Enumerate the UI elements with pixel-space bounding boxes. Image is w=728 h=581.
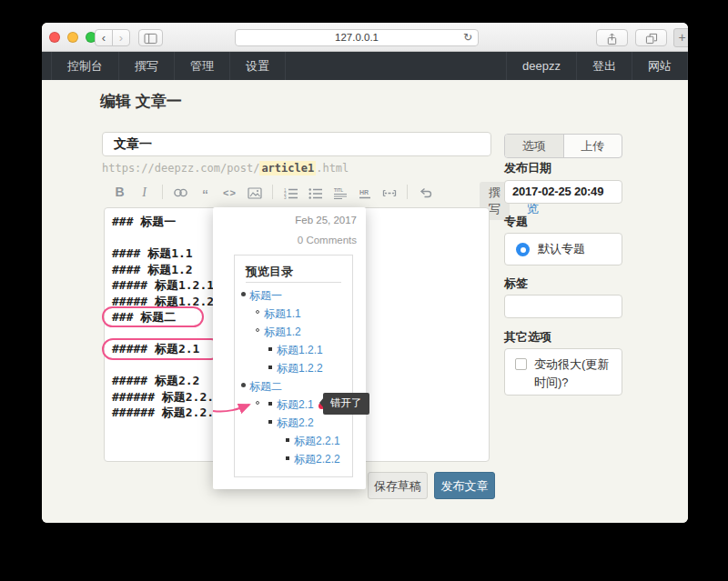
toc-item: 标题二 [235,379,352,391]
annotation-arrow [209,398,264,415]
publish-date-value: 2017-02-25 20:49 [512,185,603,198]
admin-content: 编辑 文章一 文章一 https://deepzz.com/post/artic… [42,80,688,523]
toc-bullet-square [286,438,289,442]
toc-item: 标题1.2 [235,325,352,336]
toc-bullet-square [268,347,272,351]
topic-option-row[interactable]: 默认专题 [504,233,622,265]
toc-bullet-disc [241,292,246,296]
browser-window: ‹ › 127.0.0.1 ↻ + 控制台撰写管理设置 [42,23,688,523]
quote-icon[interactable]: “ [197,183,214,202]
toc-bullet-disc [241,383,246,387]
toc-link[interactable]: 标题2.2.1 [294,435,340,447]
tab-upload[interactable]: 上传 [563,135,622,157]
annotation-oval-heading2 [102,306,204,327]
toc-item: 标题2.2 [235,416,352,427]
navbar-left: 控制台撰写管理设置 [51,52,286,80]
sidebar-toggle-button[interactable] [138,29,163,46]
sidebar-icon [144,33,157,45]
topic-radio[interactable] [516,243,530,256]
save-draft-button[interactable]: 保存草稿 [368,472,428,499]
topic-label: 专题 [504,214,528,230]
nav-item-settings[interactable]: 设置 [230,52,286,80]
image-icon[interactable] [246,185,263,199]
share-icon [606,33,618,45]
tabs-overview-button[interactable] [635,29,667,46]
svg-text:TITL: TITL [334,187,343,192]
share-button[interactable] [596,29,628,46]
new-tab-button[interactable]: + [673,28,688,47]
toc-link[interactable]: 标题1.2.2 [277,362,323,375]
other-options-label: 其它选项 [504,329,551,346]
toc-divider [246,282,341,283]
toc-link[interactable]: 标题2.2 [277,416,314,429]
publish-date-label: 发布日期 [504,160,551,176]
address-bar[interactable]: 127.0.0.1 ↻ [235,29,479,46]
traffic-lights [49,32,96,43]
major-change-label: 变动很大(更新时间)? [534,357,609,389]
toc-link[interactable]: 标题2.1 [277,398,314,411]
topic-option-label: 默认专题 [538,242,585,255]
toolbar-separator [162,185,163,199]
reload-icon[interactable]: ↻ [463,30,472,45]
tab-options[interactable]: 选项 [505,135,563,157]
navbar-right: deepzz登出网站 [506,52,688,80]
article-title-input[interactable]: 文章一 [102,132,491,156]
toc-item: 标题一 [235,288,352,300]
nav-item-user[interactable]: deepzz [506,52,576,80]
toc-link[interactable]: 标题一 [249,289,282,302]
toc-link[interactable]: 标题1.1 [264,307,301,320]
ordered-list-icon[interactable]: 123 [282,185,299,199]
toc-list: 标题一标题1.1标题1.2标题1.2.1标题1.2.2标题二标题2.1错开了标题… [235,288,352,470]
page-break-icon[interactable] [380,185,398,199]
tags-input[interactable] [504,295,622,318]
publish-button[interactable]: 发布文章 [434,472,495,499]
nav-item-console[interactable]: 控制台 [51,52,119,80]
toc-item: 标题2.2.2 [235,452,352,464]
browser-titlebar: ‹ › 127.0.0.1 ↻ + [42,23,688,52]
svg-text:HR: HR [359,189,369,195]
unordered-list-icon[interactable] [307,185,324,199]
major-change-checkbox[interactable] [515,358,527,370]
nav-item-manage[interactable]: 管理 [175,52,230,80]
sidebar-tabs: 选项 上传 [504,134,622,158]
back-button[interactable]: ‹ [95,29,113,46]
nav-item-logout[interactable]: 登出 [576,52,632,80]
toolbar-separator [407,185,408,199]
toc-bullet-square [286,456,289,460]
nav-item-site[interactable]: 网站 [632,52,688,80]
undo-icon[interactable] [417,185,434,199]
toc-link[interactable]: 标题1.2.1 [277,344,323,356]
toc-item: 标题1.2.2 [235,361,352,373]
bold-icon[interactable]: B [111,185,128,199]
toc-link[interactable]: 标题1.2 [264,326,301,338]
close-button[interactable] [49,32,60,43]
italic-icon[interactable]: I [136,185,153,200]
toc-item: 标题1.2.1 [235,343,352,355]
link-icon[interactable] [172,185,189,199]
annotation-tooltip: 错开了 [323,393,369,415]
toc-item: 标题2.2.1 [235,434,352,446]
url-suffix: .html [316,162,349,175]
toc-bullet-square [268,402,272,406]
heading-icon[interactable]: TITL [331,185,349,199]
preview-panel: Feb 25, 2017 0 Comments 预览目录 标题一标题1.1标题1… [213,207,366,489]
toc-bullet-circle [256,310,259,314]
code-icon[interactable]: <> [221,185,238,199]
nav-item-write[interactable]: 撰写 [119,52,175,80]
other-options-row[interactable]: 变动很大(更新时间)? [504,348,622,396]
minimize-button[interactable] [67,32,78,43]
toc-bullet-square [268,366,272,369]
publish-date-input[interactable]: 2017-02-25 20:49 [504,180,622,204]
toc-bullet-circle [256,328,259,332]
toc-link[interactable]: 标题二 [249,380,282,393]
navbar-spacer [286,52,506,80]
forward-button[interactable]: › [112,29,130,46]
article-url: https://deepzz.com/post/article1.html [102,162,349,175]
toc-bullet-square [268,420,272,424]
toolbar-separator [272,185,273,199]
toc-link[interactable]: 标题2.2.2 [294,453,340,466]
horizontal-rule-icon[interactable]: HR [356,185,373,199]
tabs-overview-icon [645,33,658,45]
preview-date: Feb 25, 2017 [295,215,357,225]
admin-navbar: 控制台撰写管理设置 deepzz登出网站 [42,52,688,80]
